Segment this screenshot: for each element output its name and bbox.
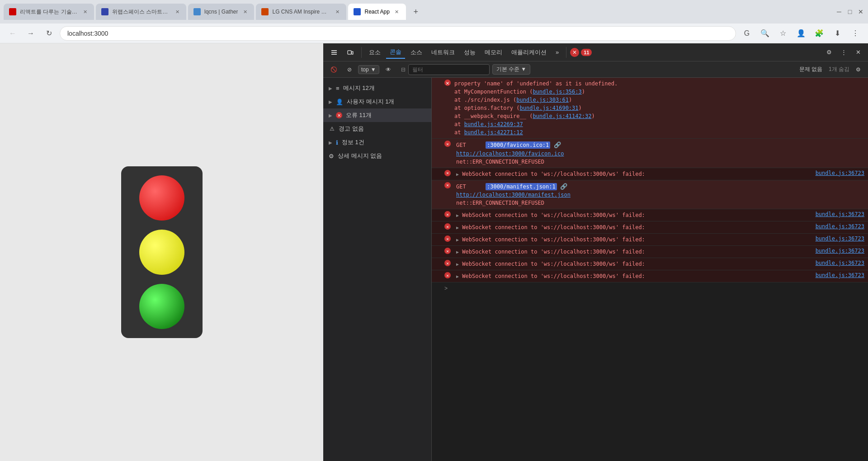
sidebar-item-user-messages[interactable]: ▶ 👤 사용자 메시지 1개 — [323, 95, 431, 108]
prompt-arrow: > — [444, 285, 448, 292]
entry-loc-ws4[interactable]: bundle.js:36723 — [816, 235, 864, 242]
close-devtools-btn[interactable]: ✕ — [852, 46, 864, 59]
entry-loc-ws6[interactable]: bundle.js:36723 — [816, 260, 864, 266]
settings-btn-2[interactable]: ⚙ — [852, 64, 864, 75]
entry-error-icon-ws6: ✕ — [444, 260, 451, 266]
console-entry-ws-1: ✕ ▶ WebSocket connection to 'ws://localh… — [432, 168, 868, 180]
forward-button[interactable]: → — [24, 26, 38, 41]
tab-memory[interactable]: 메모리 — [481, 46, 506, 59]
new-tab-button[interactable]: + — [410, 5, 422, 18]
tab-elements-label: 요소 — [369, 48, 381, 56]
expand-ws6[interactable]: ▶ — [456, 262, 459, 267]
tab-network[interactable]: 네트워크 — [428, 46, 458, 59]
entry-loc-ws7[interactable]: bundle.js:36723 — [816, 272, 864, 278]
translate-icon[interactable]: G — [740, 26, 754, 41]
tab-close-1[interactable]: ✕ — [81, 8, 89, 15]
stack-link-6[interactable]: bundle.js:42271:12 — [464, 129, 523, 136]
tab-4[interactable]: LG CNS AM Inspire Camp - G... ✕ — [256, 4, 346, 20]
console-entry-get-favicon: ✕ GET :3000/favicon.ico:1 🔗 http://local… — [432, 139, 868, 168]
expand-ws5[interactable]: ▶ — [456, 249, 459, 254]
tab-application[interactable]: 애플리케이션 — [508, 46, 550, 59]
tab-perf-label: 성능 — [464, 48, 476, 56]
tab-3[interactable]: lqcns | Gather ✕ — [188, 4, 254, 20]
get-url-1[interactable]: :3000/favicon.ico:1 — [486, 141, 550, 149]
tab-close-5[interactable]: ✕ — [393, 8, 401, 15]
tab-title-2: 위랩스페이스 스마트훈련시스... — [112, 8, 170, 16]
expand-ws2[interactable]: ▶ — [456, 213, 459, 218]
tab-close-3[interactable]: ✕ — [241, 8, 249, 15]
entry-text-get-favicon: GET :3000/favicon.ico:1 🔗 http://localho… — [456, 141, 864, 166]
sidebar-label-5: 상세 메시지 없음 — [338, 152, 382, 160]
tab-performance[interactable]: 성능 — [460, 46, 479, 59]
sidebar-item-warnings[interactable]: ⚠ 경고 없음 — [323, 122, 431, 136]
tab-2[interactable]: 위랩스페이스 스마트훈련시스... ✕ — [96, 4, 186, 20]
entry-error-icon-ws2: ✕ — [444, 211, 451, 217]
expand-ws3[interactable]: ▶ — [456, 225, 459, 230]
tab-network-label: 네트워크 — [431, 48, 455, 56]
devtools-toggle-btn[interactable] — [327, 46, 341, 59]
entry-text-ws4: ▶ WebSocket connection to 'ws://localhos… — [456, 235, 812, 244]
entry-loc-ws1[interactable]: bundle.js:36723 — [816, 170, 864, 176]
stack-link-4[interactable]: bundle.js:41142:32 — [533, 113, 591, 119]
get-text-1: GET :3000/favicon.ico:1 🔗 — [456, 141, 864, 150]
expand-ws7[interactable]: ▶ — [456, 274, 459, 279]
maximize-button[interactable]: □ — [846, 8, 854, 15]
stack-link-5[interactable]: bundle.js:42269:37 — [464, 121, 523, 127]
tab-1[interactable]: 리액트를 다루는 기술 [개정판... ✕ — [4, 4, 94, 20]
clear-console-btn[interactable]: 🚫 — [327, 64, 341, 75]
entry-loc-ws5[interactable]: bundle.js:36723 — [816, 248, 864, 254]
more-options-btn[interactable]: ⋮ — [837, 46, 850, 59]
sidebar-label-0: 메시지 12개 — [343, 84, 375, 92]
stack-link-2[interactable]: bundle.js:303:61 — [516, 97, 569, 103]
console-prompt: > — [432, 282, 868, 294]
get-url-2[interactable]: :3000/manifest.json:1 — [486, 183, 557, 190]
entry-loc-ws3[interactable]: bundle.js:36723 — [816, 223, 864, 230]
download-icon[interactable]: ⬇ — [830, 26, 844, 41]
back-button[interactable]: ← — [5, 26, 20, 41]
minimize-button[interactable]: ─ — [835, 8, 843, 15]
get-error-2: net::ERR_CONNECTION_REFUSED — [456, 199, 864, 207]
zoom-icon[interactable]: 🔍 — [758, 26, 772, 41]
level-selector[interactable]: 기본 수준 ▼ — [492, 64, 531, 75]
close-button[interactable]: ✕ — [857, 8, 864, 15]
expand-ws1[interactable]: ▶ — [456, 172, 459, 177]
sidebar-label-3: 경고 없음 — [339, 125, 364, 133]
tab-sources[interactable]: 소스 — [407, 46, 426, 59]
entry-loc-ws2[interactable]: bundle.js:36723 — [816, 211, 864, 217]
tab-elements[interactable]: 요소 — [365, 46, 384, 59]
sidebar-item-verbose[interactable]: ⚙ 상세 메시지 없음 — [323, 149, 431, 163]
extensions-icon[interactable]: 🧩 — [812, 26, 826, 41]
traffic-light — [121, 166, 203, 338]
expand-ws4[interactable]: ▶ — [456, 237, 459, 242]
eye-btn[interactable]: 👁 — [382, 64, 395, 75]
tab-console[interactable]: 콘솔 — [386, 46, 405, 59]
address-bar[interactable]: localhost:3000 — [60, 26, 736, 41]
context-selector[interactable]: top ▼ — [358, 65, 379, 74]
sidebar-item-errors[interactable]: ▶ ✕ 오류 11개 — [323, 108, 431, 122]
settings-btn[interactable]: ⚙ — [823, 46, 835, 59]
menu-icon[interactable]: ⋮ — [848, 26, 863, 41]
stack-link-3[interactable]: bundle.js:41690:31 — [520, 105, 579, 111]
disable-filter-btn[interactable]: ⊘ — [344, 64, 355, 75]
get-url-full-2[interactable]: http://localhost:3000/manifest.json — [456, 191, 864, 199]
network-icon-1[interactable]: 🔗 — [554, 141, 561, 148]
bookmark-icon[interactable]: ☆ — [776, 26, 790, 41]
filter-input[interactable] — [408, 64, 490, 75]
get-url-full-1[interactable]: http://localhost:3000/favicon.ico — [456, 150, 864, 158]
profile-icon[interactable]: 👤 — [794, 26, 808, 41]
tab-5[interactable]: React App ✕ — [348, 4, 406, 20]
tab-more[interactable]: » — [552, 46, 562, 59]
tab-close-4[interactable]: ✕ — [334, 8, 341, 15]
stack-link-1[interactable]: bundle.js:356:3 — [533, 89, 581, 95]
network-icon-2[interactable]: 🔗 — [560, 183, 567, 190]
window-controls: ─ □ ✕ — [835, 8, 864, 15]
svg-rect-2 — [331, 54, 337, 55]
device-toolbar-btn[interactable] — [343, 46, 358, 59]
arrow-icon-4: ▶ — [329, 140, 332, 145]
reload-button[interactable]: ↻ — [42, 26, 56, 41]
sidebar-item-info[interactable]: ▶ ℹ 정보 1건 — [323, 136, 431, 149]
tab-close-2[interactable]: ✕ — [174, 8, 181, 15]
sidebar-item-messages[interactable]: ▶ ≡ 메시지 12개 — [323, 81, 431, 95]
entry-error-icon-1: ✕ — [444, 141, 451, 147]
console-entry-ws-7: ✕ ▶ WebSocket connection to 'ws://localh… — [432, 270, 868, 282]
